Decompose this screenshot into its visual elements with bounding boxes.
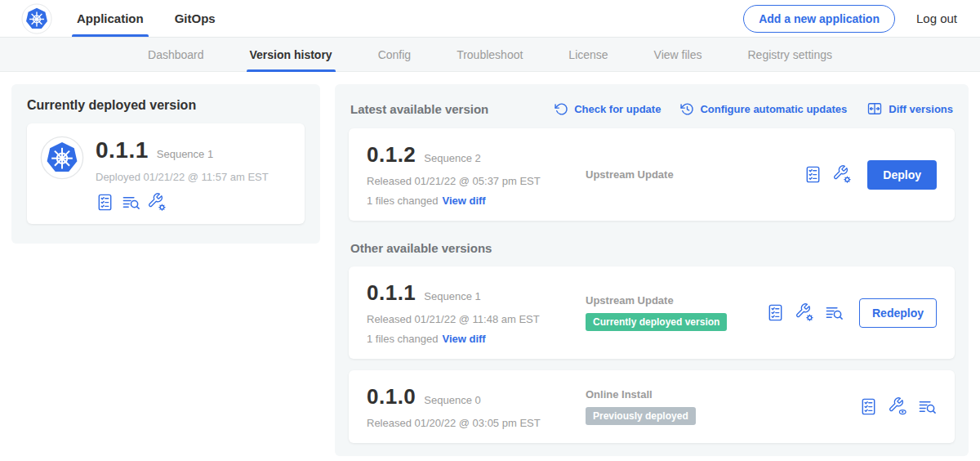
deployed-date-text: Deployed 01/21/22 @ 11:57 am EST bbox=[96, 171, 269, 183]
edit-config-icon[interactable] bbox=[795, 303, 814, 322]
other-available-title: Other available versions bbox=[349, 241, 955, 255]
version-number: 0.1.0 bbox=[367, 384, 416, 410]
released-date: Released 01/20/22 @ 03:05 pm EST bbox=[367, 417, 586, 429]
edit-config-icon[interactable] bbox=[833, 165, 852, 184]
version-source: Upstream Update bbox=[586, 168, 804, 181]
files-changed-line: 1 files changedView diff bbox=[367, 333, 586, 345]
version-card-0-1-1: 0.1.1 Sequence 1 Released 01/21/22 @ 11:… bbox=[349, 266, 955, 359]
subtab-license[interactable]: License bbox=[568, 38, 608, 72]
deployed-version-number: 0.1.1 bbox=[96, 137, 149, 163]
subtab-dashboard[interactable]: Dashboard bbox=[148, 38, 204, 72]
app-subnav: Dashboard Version history Config Trouble… bbox=[0, 38, 980, 72]
versions-panel: Latest available version Check for updat… bbox=[335, 84, 969, 456]
source-label: Upstream Update bbox=[586, 168, 804, 181]
refresh-icon bbox=[555, 102, 568, 116]
kubernetes-app-icon bbox=[40, 136, 84, 180]
subtab-registry-settings[interactable]: Registry settings bbox=[748, 38, 832, 72]
check-for-update-link[interactable]: Check for update bbox=[555, 102, 661, 116]
configure-automatic-updates-link[interactable]: Configure automatic updates bbox=[680, 102, 847, 116]
files-changed-line: 1 files changedView diff bbox=[367, 195, 586, 207]
version-info: 0.1.0 Sequence 0 Released 01/20/22 @ 03:… bbox=[367, 384, 586, 429]
tab-gitops[interactable]: GitOps bbox=[175, 0, 216, 37]
diff-versions-label: Diff versions bbox=[889, 103, 953, 115]
panel-actions: Check for update Configure automatic upd… bbox=[555, 101, 953, 117]
source-label: Upstream Update bbox=[586, 294, 766, 307]
currently-deployed-badge: Currently deployed version bbox=[586, 313, 727, 331]
version-card-0-1-0: 0.1.0 Sequence 0 Released 01/20/22 @ 03:… bbox=[349, 370, 955, 443]
update-schedule-icon bbox=[680, 102, 694, 116]
subtab-config[interactable]: Config bbox=[378, 38, 411, 72]
edit-config-icon[interactable] bbox=[148, 193, 167, 212]
files-changed-text: 1 files changed bbox=[367, 195, 438, 207]
released-date: Released 01/21/22 @ 11:48 am EST bbox=[367, 313, 586, 325]
deployed-icon-row bbox=[96, 193, 269, 212]
check-for-update-label: Check for update bbox=[574, 103, 661, 115]
add-new-application-button[interactable]: Add a new application bbox=[743, 5, 895, 33]
source-label: Online Install bbox=[586, 388, 859, 401]
view-diff-link[interactable]: View diff bbox=[442, 195, 485, 207]
deploy-button[interactable]: Deploy bbox=[867, 160, 937, 190]
files-changed-text: 1 files changed bbox=[367, 333, 438, 345]
latest-available-title: Latest available version bbox=[350, 102, 488, 116]
subtab-view-files[interactable]: View files bbox=[654, 38, 702, 72]
version-info: 0.1.1 Sequence 1 Released 01/21/22 @ 11:… bbox=[367, 280, 586, 345]
diff-icon bbox=[866, 101, 883, 117]
previously-deployed-badge: Previously deployed bbox=[586, 407, 696, 425]
deployed-version-info: 0.1.1 Sequence 1 Deployed 01/21/22 @ 11:… bbox=[96, 136, 269, 212]
currently-deployed-title: Currently deployed version bbox=[27, 98, 305, 113]
kubernetes-logo-icon bbox=[21, 3, 52, 34]
deployed-sequence-label: Sequence 1 bbox=[157, 148, 213, 160]
panel-header: Latest available version Check for updat… bbox=[349, 96, 955, 117]
deployed-version-box: 0.1.1 Sequence 1 Deployed 01/21/22 @ 11:… bbox=[27, 123, 305, 224]
logout-button[interactable]: Log out bbox=[916, 11, 957, 25]
preflight-checklist-icon[interactable] bbox=[766, 303, 785, 322]
version-actions: Deploy bbox=[804, 160, 937, 190]
preflight-checklist-icon[interactable] bbox=[96, 193, 114, 212]
header-tabs: Application GitOps bbox=[77, 0, 216, 37]
diff-versions-link[interactable]: Diff versions bbox=[866, 101, 953, 117]
version-source: Upstream Update Currently deployed versi… bbox=[586, 294, 766, 331]
subtab-troubleshoot[interactable]: Troubleshoot bbox=[457, 38, 523, 72]
version-card-0-1-2: 0.1.2 Sequence 2 Released 01/21/22 @ 05:… bbox=[349, 128, 955, 221]
deploy-logs-icon[interactable] bbox=[825, 303, 844, 322]
tab-application[interactable]: Application bbox=[77, 0, 144, 37]
header-right: Add a new application Log out bbox=[743, 5, 957, 33]
sequence-label: Sequence 0 bbox=[424, 394, 480, 406]
sequence-label: Sequence 1 bbox=[424, 290, 480, 302]
view-config-icon[interactable] bbox=[889, 397, 907, 416]
currently-deployed-card: Currently deployed version 0.1.1 Sequenc… bbox=[11, 84, 320, 244]
preflight-checklist-icon[interactable] bbox=[859, 397, 878, 416]
version-number: 0.1.2 bbox=[367, 142, 416, 168]
sequence-label: Sequence 2 bbox=[424, 152, 480, 164]
version-info: 0.1.2 Sequence 2 Released 01/21/22 @ 05:… bbox=[367, 142, 586, 207]
version-actions: Redeploy bbox=[766, 298, 937, 328]
version-actions bbox=[859, 397, 937, 416]
top-header: Application GitOps Add a new application… bbox=[0, 0, 980, 38]
version-source: Online Install Previously deployed bbox=[586, 388, 859, 425]
subtab-version-history[interactable]: Version history bbox=[250, 38, 332, 72]
main-content: Currently deployed version 0.1.1 Sequenc… bbox=[0, 72, 980, 461]
app-logo bbox=[21, 3, 52, 34]
view-diff-link[interactable]: View diff bbox=[442, 333, 485, 345]
released-date: Released 01/21/22 @ 05:37 pm EST bbox=[367, 175, 586, 187]
redeploy-button[interactable]: Redeploy bbox=[859, 298, 937, 328]
deploy-logs-icon[interactable] bbox=[918, 397, 937, 416]
configure-automatic-updates-label: Configure automatic updates bbox=[700, 103, 847, 115]
version-number: 0.1.1 bbox=[367, 280, 416, 306]
preflight-checklist-icon[interactable] bbox=[804, 165, 822, 184]
deploy-logs-icon[interactable] bbox=[122, 193, 140, 212]
